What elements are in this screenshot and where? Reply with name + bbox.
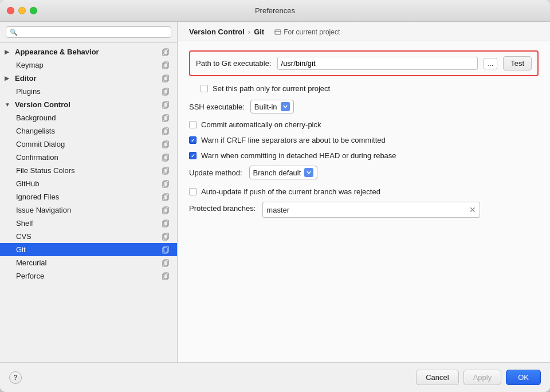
auto-update-label: Auto-update if push of the current branc…: [201, 187, 380, 196]
protected-input[interactable]: [266, 206, 469, 214]
update-method-label: Update method:: [189, 168, 242, 177]
select-arrow-icon: [281, 102, 290, 111]
copy-icon: [162, 219, 170, 228]
sidebar-item-label: Shelf: [16, 219, 33, 228]
sidebar-item-label: Keymap: [16, 61, 44, 69]
sidebar-item-shelf[interactable]: Shelf: [0, 217, 177, 230]
sidebar-item-commit-dialog[interactable]: Commit Dialog: [0, 138, 177, 151]
copy-icon: [162, 114, 170, 122]
search-bar: 🔍: [0, 22, 177, 43]
copy-icon: [162, 167, 170, 175]
select-arrow-icon: [304, 168, 313, 177]
ssh-label: SSH executable:: [189, 103, 245, 111]
for-project: For current project: [274, 28, 340, 36]
commit-auto-row: Commit automatically on cherry-pick: [189, 119, 539, 130]
sidebar-item-version-control[interactable]: ▼ Version Control: [0, 98, 177, 111]
copy-icon: [162, 154, 170, 162]
ok-button[interactable]: OK: [506, 370, 541, 385]
help-button[interactable]: ?: [9, 371, 22, 384]
search-icon: 🔍: [10, 29, 18, 36]
chevron-icon: ▶: [5, 49, 11, 55]
cancel-button[interactable]: Cancel: [416, 370, 458, 385]
ssh-select[interactable]: Built-in: [250, 100, 294, 113]
sidebar-item-label: Issue Navigation: [16, 206, 71, 214]
copy-icon: [162, 180, 170, 188]
sidebar-item-file-status-colors[interactable]: File Status Colors: [0, 164, 177, 177]
sidebar-item-plugins[interactable]: Plugins: [0, 85, 177, 98]
sidebar-item-cvs[interactable]: CVS: [0, 230, 177, 243]
main-layout: 🔍 ▶ Appearance & Behavior Keymap: [0, 22, 550, 362]
protected-label: Protected branches:: [189, 202, 256, 213]
footer: ? Cancel Apply OK: [0, 362, 550, 392]
sidebar-item-mercurial[interactable]: Mercurial: [0, 256, 177, 269]
copy-icon: [162, 75, 170, 83]
sidebar-item-ignored-files[interactable]: Ignored Files: [0, 190, 177, 203]
sidebar-item-label: Background: [16, 113, 56, 122]
minimize-button[interactable]: [18, 7, 26, 14]
sidebar-item-appearance[interactable]: ▶ Appearance & Behavior: [0, 45, 177, 58]
chevron-down-icon: ▼: [5, 101, 11, 108]
sidebar: 🔍 ▶ Appearance & Behavior Keymap: [0, 22, 178, 362]
warn-head-row: Warn when committing in detached HEAD or…: [189, 150, 539, 161]
breadcrumb-current: Git: [254, 28, 264, 36]
path-section: Path to Git executable: ... Test: [189, 50, 539, 76]
sidebar-item-label: Git: [16, 245, 26, 254]
search-input[interactable]: [20, 28, 167, 36]
copy-icon: [162, 259, 170, 267]
sidebar-item-label: Plugins: [16, 87, 41, 96]
main-content: Version Control › Git For current projec…: [178, 22, 550, 362]
set-path-row: Set this path only for current project: [189, 83, 539, 94]
sidebar-item-label: Commit Dialog: [16, 140, 65, 148]
commit-auto-label: Commit automatically on cherry-pick: [201, 120, 321, 129]
protected-branches-row: Protected branches: ✕: [189, 202, 539, 218]
sidebar-item-label: Version Control: [15, 100, 70, 109]
auto-update-checkbox[interactable]: [189, 188, 197, 195]
sidebar-item-label: Perforce: [16, 272, 44, 280]
warn-head-checkbox[interactable]: [189, 152, 197, 159]
test-button[interactable]: Test: [503, 56, 532, 70]
copy-icon: [162, 127, 170, 135]
sidebar-item-label: Changelists: [16, 127, 55, 135]
sidebar-item-github[interactable]: GitHub: [0, 177, 177, 190]
path-input[interactable]: [277, 57, 478, 70]
breadcrumb: Version Control › Git For current projec…: [178, 22, 550, 41]
sidebar-item-keymap[interactable]: Keymap: [0, 58, 177, 72]
protected-input-wrapper: ✕: [262, 202, 480, 218]
ellipsis-button[interactable]: ...: [484, 58, 497, 69]
sidebar-item-label: Editor: [15, 74, 37, 83]
sidebar-item-label: Ignored Files: [16, 193, 59, 201]
sidebar-item-background[interactable]: Background: [0, 111, 177, 124]
warn-head-label: Warn when committing in detached HEAD or…: [201, 151, 396, 160]
copy-icon: [162, 193, 170, 201]
sidebar-item-changelists[interactable]: Changelists: [0, 124, 177, 138]
copy-icon: [162, 88, 170, 96]
window-title: Preferences: [255, 6, 295, 15]
sidebar-item-issue-navigation[interactable]: Issue Navigation: [0, 203, 177, 217]
clear-button[interactable]: ✕: [469, 205, 476, 214]
breadcrumb-parent: Version Control: [189, 28, 245, 36]
update-method-value: Branch default: [253, 168, 301, 177]
footer-buttons: Cancel Apply OK: [416, 370, 541, 385]
update-method-select[interactable]: Branch default: [249, 166, 318, 179]
sidebar-item-perforce[interactable]: Perforce: [0, 269, 177, 283]
search-wrapper[interactable]: 🔍: [6, 26, 171, 38]
apply-button[interactable]: Apply: [463, 370, 502, 385]
close-button[interactable]: [7, 7, 14, 14]
copy-icon: [162, 246, 170, 254]
traffic-lights: [7, 7, 37, 14]
breadcrumb-separator: ›: [248, 28, 250, 36]
ssh-row: SSH executable: Built-in: [189, 100, 539, 113]
copy-icon: [162, 233, 170, 241]
sidebar-item-editor[interactable]: ▶ Editor: [0, 72, 177, 85]
warn-crlf-checkbox[interactable]: [189, 136, 197, 144]
maximize-button[interactable]: [30, 7, 37, 14]
copy-icon: [162, 140, 170, 148]
copy-icon: [162, 61, 170, 69]
set-path-checkbox[interactable]: [201, 85, 208, 92]
copy-icon: [162, 48, 170, 56]
sidebar-item-label: Confirmation: [16, 153, 58, 162]
warn-crlf-row: Warn if CRLF line separators are about t…: [189, 135, 539, 146]
sidebar-item-git[interactable]: Git: [0, 243, 177, 256]
sidebar-item-confirmation[interactable]: Confirmation: [0, 151, 177, 164]
commit-auto-checkbox[interactable]: [189, 121, 197, 128]
